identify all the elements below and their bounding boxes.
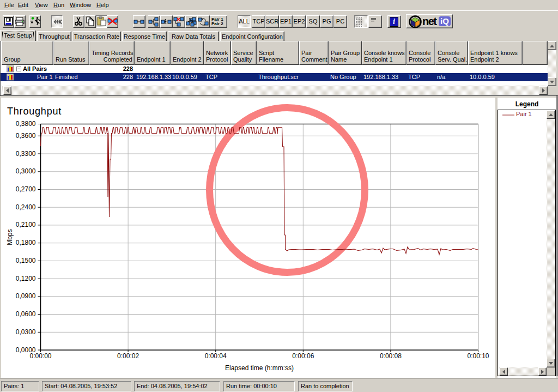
svg-text:0,2100: 0,2100: [16, 221, 36, 228]
svg-text:0,3600: 0,3600: [16, 132, 36, 140]
svg-text:0,1200: 0,1200: [16, 275, 36, 282]
svg-text:0,3800: 0,3800: [16, 120, 36, 128]
svg-text:0:00:06: 0:00:06: [292, 352, 314, 360]
svg-text:0,2700: 0,2700: [16, 185, 36, 193]
svg-text:Mbps: Mbps: [6, 229, 14, 245]
svg-text:0,0900: 0,0900: [16, 292, 36, 300]
svg-text:0,0600: 0,0600: [16, 310, 36, 318]
svg-text:0:00:02: 0:00:02: [117, 352, 139, 360]
svg-text:0,1500: 0,1500: [16, 257, 36, 264]
svg-text:0,3300: 0,3300: [16, 150, 36, 158]
svg-text:0:00:00: 0:00:00: [29, 352, 51, 360]
svg-text:0,3000: 0,3000: [16, 167, 36, 175]
svg-text:0:00:04: 0:00:04: [205, 352, 227, 360]
svg-text:0,2400: 0,2400: [16, 203, 36, 211]
svg-text:Throughput: Throughput: [7, 106, 62, 117]
svg-text:0,1800: 0,1800: [16, 239, 36, 246]
svg-text:0:00:10: 0:00:10: [467, 352, 489, 360]
svg-text:0,0300: 0,0300: [16, 328, 36, 336]
svg-text:0:00:08: 0:00:08: [380, 352, 402, 360]
svg-text:Elapsed time (h:mm:ss): Elapsed time (h:mm:ss): [225, 364, 294, 372]
